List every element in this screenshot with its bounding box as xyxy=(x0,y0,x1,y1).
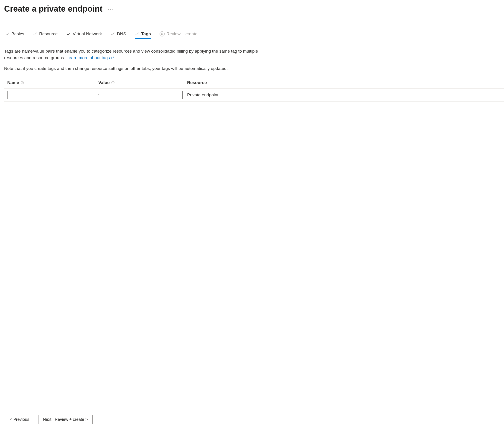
tags-description: Tags are name/value pairs that enable yo… xyxy=(4,48,268,62)
tab-basics[interactable]: Basics xyxy=(5,31,24,38)
wizard-footer: < Previous Next : Review + create > xyxy=(4,410,504,429)
check-icon xyxy=(66,32,71,36)
tags-table: Name Value Resource : P xyxy=(4,80,504,102)
column-header-resource: Resource xyxy=(187,80,207,85)
tab-label: Virtual Network xyxy=(73,31,102,36)
info-icon[interactable] xyxy=(111,81,115,84)
tab-virtual-network[interactable]: Virtual Network xyxy=(66,31,102,38)
tab-label: Review + create xyxy=(166,31,198,36)
wizard-tabs: Basics Resource Virtual Network DNS Tags xyxy=(4,31,504,38)
tab-resource[interactable]: Resource xyxy=(33,31,58,38)
learn-more-link[interactable]: Learn more about tags xyxy=(66,55,114,60)
external-link-icon xyxy=(111,55,114,61)
tab-label: Basics xyxy=(11,31,24,36)
tag-name-input[interactable] xyxy=(7,91,89,99)
tag-value-input[interactable] xyxy=(101,91,183,99)
tab-label: Tags xyxy=(141,31,151,36)
next-button[interactable]: Next : Review + create > xyxy=(38,415,93,424)
tags-note: Note that if you create tags and then ch… xyxy=(4,66,268,71)
tab-tags[interactable]: Tags xyxy=(135,31,151,38)
tags-table-header: Name Value Resource xyxy=(4,80,504,89)
tab-label: Resource xyxy=(39,31,58,36)
previous-button[interactable]: < Previous xyxy=(5,415,34,424)
svg-point-2 xyxy=(22,82,22,82)
tab-review-create: 6 Review + create xyxy=(159,31,198,38)
check-icon xyxy=(33,32,37,36)
info-icon[interactable] xyxy=(20,81,24,84)
more-options-button[interactable]: ··· xyxy=(108,6,113,12)
column-header-value: Value xyxy=(98,80,110,85)
tab-label: DNS xyxy=(117,31,126,36)
page-title: Create a private endpoint xyxy=(4,4,102,14)
step-number-icon: 6 xyxy=(159,31,165,36)
tag-row: : Private endpoint xyxy=(4,89,504,102)
check-icon xyxy=(111,32,115,36)
column-header-name: Name xyxy=(7,80,19,85)
check-icon xyxy=(5,32,9,36)
check-icon xyxy=(135,32,139,36)
tab-dns[interactable]: DNS xyxy=(111,31,126,38)
tag-resource-label: Private endpoint xyxy=(187,92,504,98)
svg-point-5 xyxy=(113,82,113,82)
tag-separator: : xyxy=(96,92,101,98)
